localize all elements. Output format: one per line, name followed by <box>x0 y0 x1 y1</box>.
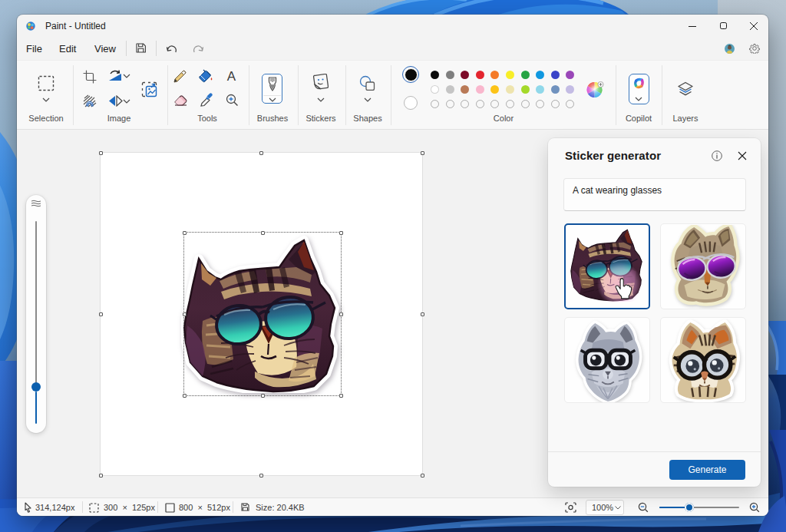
svg-text:A: A <box>227 69 236 83</box>
